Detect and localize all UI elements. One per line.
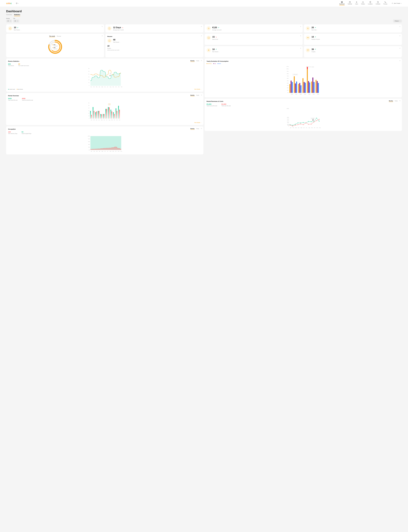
widgets-button[interactable]: Widgets — [393, 19, 402, 22]
svg-text:Jul: Jul — [306, 127, 307, 128]
svg-rect-59 — [105, 109, 106, 119]
svg-text:Oct: Oct — [115, 151, 117, 152]
svg-rect-16 — [208, 37, 209, 39]
svg-rect-2 — [342, 1, 343, 2]
svg-rect-131 — [309, 82, 310, 93]
close-icon[interactable]: ✕ — [300, 26, 301, 27]
nav-locations[interactable]: Locations — [368, 1, 373, 5]
svg-text:May: May — [301, 127, 302, 128]
svg-point-37 — [110, 75, 110, 76]
close-icon[interactable]: ✕ — [300, 35, 301, 37]
tab-monthly[interactable]: Monthly — [190, 128, 195, 130]
close-icon[interactable]: ✕ — [201, 60, 202, 62]
card-title: Houses — [107, 36, 202, 37]
tab-yearly[interactable]: Yearly — [196, 60, 199, 62]
svg-text:5000: 5000 — [287, 117, 289, 118]
close-icon[interactable]: ✕ — [399, 100, 400, 102]
card-title: Rooms Statistics — [8, 61, 202, 62]
heart-icon — [306, 48, 310, 52]
svg-text:Nov: Nov — [116, 119, 118, 120]
svg-text:Apr: Apr — [99, 151, 100, 152]
close-icon[interactable]: ✕ — [102, 26, 103, 27]
svg-text:Nov: Nov — [118, 86, 119, 87]
svg-rect-122 — [298, 84, 299, 93]
nav-label: Calendar — [348, 3, 352, 5]
svg-rect-50 — [94, 111, 94, 119]
nav-users[interactable]: Users — [355, 1, 358, 5]
tab-this-month[interactable]: This month — [49, 36, 55, 37]
svg-text:2,036 kWh: 2,036 kWh — [293, 74, 297, 75]
svg-text:Jul: Jul — [106, 119, 107, 120]
tab-monthly[interactable]: Monthly — [190, 95, 195, 96]
close-icon[interactable]: ✕ — [201, 26, 202, 27]
close-icon[interactable]: ✕ — [300, 47, 301, 49]
svg-text:Dec: Dec — [319, 127, 321, 128]
svg-text:Oct: Oct — [314, 127, 315, 128]
nav-calendar[interactable]: Calendar — [348, 1, 352, 5]
nav-houses[interactable]: Houses — [361, 1, 365, 5]
trend-up-icon: ↗ — [215, 48, 217, 50]
nav-dashboard[interactable]: Dashboard — [339, 1, 345, 5]
houses-select[interactable]: All — [6, 19, 12, 22]
tab-yearly[interactable]: Yearly — [196, 128, 199, 130]
avatar-icon — [391, 3, 393, 4]
close-icon[interactable]: ✕ — [399, 47, 400, 49]
user-icon — [206, 48, 211, 52]
tab-this-year[interactable]: This year — [57, 36, 61, 37]
language-selector[interactable] — [16, 3, 19, 4]
tab-overview[interactable]: Overview — [6, 14, 12, 16]
close-icon[interactable]: ✕ — [201, 35, 202, 37]
svg-point-11 — [308, 28, 308, 28]
svg-rect-136 — [317, 81, 318, 93]
svg-text:Oct: Oct — [115, 86, 117, 87]
svg-rect-56 — [101, 114, 102, 119]
svg-text:Mar: Mar — [96, 119, 97, 120]
svg-rect-132 — [311, 81, 312, 93]
svg-point-179 — [319, 119, 320, 120]
close-icon[interactable]: ✕ — [399, 26, 400, 27]
svg-rect-133 — [312, 78, 313, 93]
user-menu[interactable]: Jane Cooper — [391, 3, 402, 4]
svg-point-172 — [300, 124, 301, 124]
svg-text:Jul: Jul — [107, 151, 108, 152]
tab-statistics[interactable]: Statistics — [14, 14, 20, 16]
nav-label: Users — [355, 3, 358, 5]
tab-yearly[interactable]: Yearly — [196, 95, 199, 96]
svg-text:2019: 2019 — [304, 94, 306, 95]
close-icon[interactable]: ✕ — [399, 60, 400, 62]
globe-icon — [16, 3, 17, 4]
nav-contracts[interactable]: Contracts — [376, 1, 380, 5]
tab-yearly[interactable]: Yearly — [395, 100, 398, 102]
card-title: Rental Overview — [8, 95, 202, 97]
view-details-link[interactable]: View Details → — [194, 89, 202, 90]
svg-rect-125 — [303, 78, 304, 93]
svg-text:10: 10 — [88, 115, 89, 116]
logo[interactable]: coloc — [6, 2, 12, 5]
svg-rect-134 — [314, 82, 314, 93]
city-select[interactable]: All — [13, 19, 19, 22]
svg-rect-127 — [305, 83, 306, 93]
close-icon[interactable]: ✕ — [201, 94, 202, 96]
nav-process[interactable]: Process — [383, 1, 387, 5]
svg-rect-123 — [299, 83, 300, 93]
user-name: Jane Cooper — [394, 3, 400, 4]
house-icon — [362, 1, 364, 3]
card-title: Occupation — [8, 128, 202, 130]
svg-text:60%: 60% — [287, 78, 289, 79]
svg-rect-121 — [296, 81, 297, 93]
tab-monthly[interactable]: Monthly — [389, 100, 393, 102]
svg-text:2016: 2016 — [291, 94, 293, 95]
tab-monthly[interactable]: Monthly — [190, 60, 195, 62]
view-details-link[interactable]: View Details → — [8, 122, 202, 123]
svg-rect-48 — [91, 115, 92, 119]
close-icon[interactable]: ✕ — [399, 35, 400, 37]
svg-rect-68 — [117, 111, 117, 119]
svg-text:60: 60 — [88, 102, 89, 103]
svg-text:Sep: Sep — [112, 151, 114, 152]
close-icon[interactable]: ✕ — [102, 35, 103, 37]
charts-grid: ✕ Rooms Statistics Monthly Yearly 850Tot… — [6, 59, 402, 154]
svg-text:Sep: Sep — [112, 86, 114, 87]
svg-text:80%: 80% — [88, 138, 90, 139]
svg-text:Nov: Nov — [316, 127, 318, 128]
close-icon[interactable]: ✕ — [201, 128, 202, 129]
